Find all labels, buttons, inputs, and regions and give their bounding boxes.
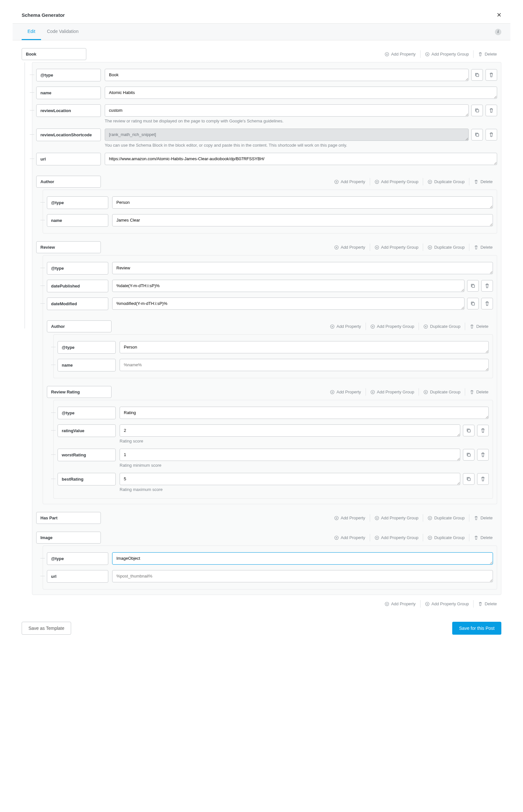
field-label-datepublished[interactable]: datePublished bbox=[47, 280, 108, 292]
copy-icon[interactable] bbox=[467, 298, 479, 309]
delete-button[interactable]: Delete bbox=[469, 514, 497, 522]
trash-icon[interactable] bbox=[477, 425, 489, 436]
field-input-author-type[interactable]: Person bbox=[112, 196, 493, 209]
add-property-button[interactable]: Add Property bbox=[380, 600, 420, 607]
field-input-ratingvalue[interactable]: 2 bbox=[120, 424, 460, 437]
field-label-datemodified[interactable]: dateModified bbox=[47, 298, 108, 310]
field-label-review-author-type[interactable]: @type bbox=[57, 341, 116, 354]
delete-button[interactable]: Delete bbox=[469, 178, 497, 185]
field-input-name[interactable]: Atomic Habits bbox=[105, 87, 497, 99]
add-property-button[interactable]: Add Property bbox=[325, 388, 365, 396]
field-input-bestrating[interactable]: 5 bbox=[120, 473, 460, 485]
add-property-button[interactable]: Add Property bbox=[330, 178, 370, 185]
delete-button[interactable]: Delete bbox=[469, 534, 497, 541]
svg-rect-8 bbox=[476, 134, 479, 136]
group-label-book[interactable]: Book bbox=[22, 48, 86, 60]
field-input-url[interactable]: https://www.amazon.com/Atomic-Habits-Jam… bbox=[105, 153, 497, 165]
field-label-author-name[interactable]: name bbox=[47, 214, 108, 227]
field-label-reviewlocation[interactable]: reviewLocation bbox=[36, 104, 101, 117]
add-property-button[interactable]: Add Property bbox=[380, 50, 420, 58]
tab-code-validation[interactable]: Code Validation bbox=[41, 23, 84, 40]
copy-icon[interactable] bbox=[471, 129, 483, 140]
group-label-haspart[interactable]: Has Part bbox=[36, 512, 101, 524]
field-input-image-url[interactable] bbox=[112, 570, 493, 582]
add-property-button[interactable]: Add Property bbox=[330, 534, 370, 541]
trash-icon[interactable] bbox=[486, 129, 497, 140]
field-input-worstrating[interactable]: 1 bbox=[120, 449, 460, 461]
trash-icon[interactable] bbox=[477, 473, 489, 485]
field-input-review-type[interactable]: Review bbox=[112, 262, 493, 274]
duplicate-group-button[interactable]: Duplicate Group bbox=[419, 388, 465, 396]
trash-icon[interactable] bbox=[477, 449, 489, 460]
help-text: Rating minimum score bbox=[120, 463, 489, 468]
trash-icon[interactable] bbox=[481, 298, 493, 309]
copy-icon[interactable] bbox=[463, 425, 474, 436]
duplicate-group-button[interactable]: Duplicate Group bbox=[423, 534, 469, 541]
field-input-rating-type[interactable]: Rating bbox=[120, 407, 489, 419]
delete-button[interactable]: Delete bbox=[473, 600, 501, 607]
field-label-reviewlocationshortcode[interactable]: reviewLocationShortcode bbox=[36, 129, 101, 141]
delete-button[interactable]: Delete bbox=[469, 244, 497, 251]
copy-icon[interactable] bbox=[467, 280, 479, 292]
field-input-author-name[interactable]: James Clear bbox=[112, 214, 493, 226]
field-label-name[interactable]: name bbox=[36, 87, 101, 99]
add-property-button[interactable]: Add Property bbox=[325, 323, 365, 330]
field-label-ratingvalue[interactable]: ratingValue bbox=[57, 424, 116, 437]
field-label-bestrating[interactable]: bestRating bbox=[57, 473, 116, 486]
add-property-group-button[interactable]: Add Property Group bbox=[370, 514, 423, 522]
svg-rect-7 bbox=[476, 110, 479, 112]
field-label-image-type[interactable]: @type bbox=[47, 552, 108, 565]
copy-icon[interactable] bbox=[463, 473, 474, 485]
add-property-group-button[interactable]: Add Property Group bbox=[365, 388, 419, 396]
duplicate-group-button[interactable]: Duplicate Group bbox=[423, 178, 469, 185]
add-property-button[interactable]: Add Property bbox=[330, 514, 370, 522]
field-input-type[interactable]: Book bbox=[105, 69, 469, 81]
close-icon[interactable]: × bbox=[497, 10, 501, 19]
tab-edit[interactable]: Edit bbox=[22, 23, 41, 40]
field-label-url[interactable]: url bbox=[36, 153, 101, 165]
field-input-image-type[interactable]: ImageObject bbox=[112, 552, 493, 565]
trash-icon[interactable] bbox=[481, 280, 493, 292]
delete-button[interactable]: Delete bbox=[465, 388, 493, 396]
trash-icon[interactable] bbox=[486, 105, 497, 116]
save-as-template-button[interactable]: Save as Template bbox=[22, 622, 71, 635]
add-property-group-button[interactable]: Add Property Group bbox=[365, 323, 419, 330]
add-property-group-button[interactable]: Add Property Group bbox=[420, 600, 473, 607]
delete-button[interactable]: Delete bbox=[465, 323, 493, 330]
copy-icon[interactable] bbox=[471, 105, 483, 116]
field-input-datemodified[interactable]: %modified(Y-m-dTH:i:sP)% bbox=[112, 298, 465, 310]
group-label-review[interactable]: Review bbox=[36, 241, 101, 253]
add-property-button[interactable]: Add Property bbox=[330, 244, 370, 251]
group-label-review-author[interactable]: Author bbox=[47, 320, 111, 332]
info-icon[interactable]: i bbox=[495, 29, 501, 35]
duplicate-group-button[interactable]: Duplicate Group bbox=[423, 514, 469, 522]
field-label-author-type[interactable]: @type bbox=[47, 196, 108, 209]
add-property-group-button[interactable]: Add Property Group bbox=[370, 178, 423, 185]
delete-button[interactable]: Delete bbox=[473, 50, 501, 58]
group-label-review-rating[interactable]: Review Rating bbox=[47, 386, 111, 398]
field-label-image-url[interactable]: url bbox=[47, 570, 108, 583]
save-for-this-post-button[interactable]: Save for this Post bbox=[452, 622, 501, 635]
add-property-group-button[interactable]: Add Property Group bbox=[420, 50, 473, 58]
field-label-type[interactable]: @type bbox=[36, 69, 101, 81]
group-label-image[interactable]: Image bbox=[36, 532, 101, 544]
group-label-author[interactable]: Author bbox=[36, 176, 101, 188]
add-property-group-button[interactable]: Add Property Group bbox=[370, 244, 423, 251]
field-label-review-type[interactable]: @type bbox=[47, 262, 108, 275]
svg-rect-27 bbox=[472, 285, 474, 287]
duplicate-group-button[interactable]: Duplicate Group bbox=[423, 244, 469, 251]
svg-rect-6 bbox=[476, 74, 479, 77]
field-label-rating-type[interactable]: @type bbox=[57, 407, 116, 419]
copy-icon[interactable] bbox=[463, 449, 474, 460]
add-property-group-button[interactable]: Add Property Group bbox=[370, 534, 423, 541]
field-input-reviewlocation[interactable]: custom bbox=[105, 104, 469, 117]
field-input-review-author-name[interactable] bbox=[120, 359, 489, 371]
field-label-worstrating[interactable]: worstRating bbox=[57, 449, 116, 461]
help-text: Rating score bbox=[120, 439, 489, 443]
duplicate-group-button[interactable]: Duplicate Group bbox=[419, 323, 465, 330]
trash-icon[interactable] bbox=[486, 69, 497, 81]
field-input-datepublished[interactable]: %date(Y-m-dTH:i:sP)% bbox=[112, 280, 465, 292]
field-input-review-author-type[interactable]: Person bbox=[120, 341, 489, 353]
copy-icon[interactable] bbox=[471, 69, 483, 81]
field-label-review-author-name[interactable]: name bbox=[57, 359, 116, 372]
